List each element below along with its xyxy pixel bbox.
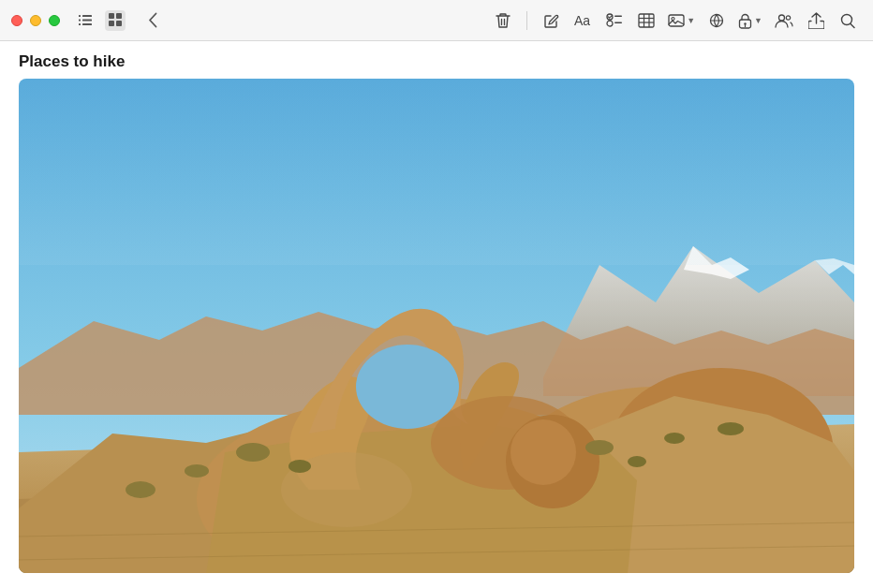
main-content: Places to hike — [0, 41, 873, 588]
svg-rect-15 — [639, 14, 654, 27]
svg-point-21 — [672, 18, 674, 21]
svg-point-46 — [510, 419, 576, 485]
minimize-button[interactable] — [30, 15, 41, 26]
close-button[interactable] — [11, 15, 22, 26]
media-dropdown-arrow: ▼ — [687, 16, 695, 25]
svg-point-26 — [779, 15, 785, 21]
svg-rect-7 — [116, 13, 122, 19]
delete-button[interactable] — [489, 7, 517, 35]
list-view-button[interactable] — [75, 10, 96, 31]
table-button[interactable] — [632, 7, 660, 35]
svg-rect-57 — [19, 79, 854, 265]
svg-point-52 — [664, 433, 685, 444]
collaborators-button[interactable] — [770, 7, 798, 35]
left-toolbar — [75, 10, 163, 31]
search-button[interactable] — [834, 7, 862, 35]
svg-rect-9 — [116, 21, 122, 26]
lock-button[interactable]: ▼ — [734, 7, 766, 35]
titlebar: Aa — [0, 0, 873, 41]
back-button[interactable] — [142, 10, 163, 31]
right-toolbar: Aa — [489, 0, 862, 41]
svg-point-13 — [607, 21, 613, 26]
svg-rect-2 — [79, 20, 81, 22]
lock-dropdown-arrow: ▼ — [754, 16, 762, 25]
svg-point-51 — [185, 464, 209, 478]
grid-view-button[interactable] — [105, 10, 126, 31]
svg-rect-6 — [109, 13, 114, 19]
svg-rect-3 — [82, 20, 92, 22]
svg-rect-5 — [82, 23, 92, 25]
svg-point-54 — [718, 422, 744, 435]
svg-rect-14 — [614, 22, 622, 24]
svg-rect-0 — [79, 15, 81, 17]
svg-point-47 — [236, 443, 270, 462]
maximize-button[interactable] — [49, 15, 60, 26]
svg-point-42 — [356, 345, 459, 429]
link-button[interactable] — [703, 7, 731, 35]
media-button[interactable]: ▼ — [664, 7, 699, 35]
text-format-button[interactable]: Aa — [569, 7, 597, 35]
svg-point-27 — [786, 16, 790, 20]
svg-rect-20 — [669, 15, 684, 26]
svg-text:Aa: Aa — [574, 13, 590, 28]
svg-rect-1 — [82, 15, 92, 17]
checklist-button[interactable] — [600, 7, 629, 35]
note-body — [0, 79, 873, 588]
svg-rect-12 — [614, 16, 622, 18]
svg-point-50 — [628, 456, 646, 467]
note-title: Places to hike — [0, 41, 873, 79]
compose-button[interactable] — [537, 7, 565, 35]
svg-rect-4 — [79, 23, 81, 25]
svg-point-53 — [126, 481, 155, 498]
svg-point-49 — [585, 440, 614, 455]
toolbar-divider — [526, 11, 527, 30]
note-image[interactable] — [19, 79, 854, 573]
svg-rect-8 — [109, 21, 114, 26]
share-button[interactable] — [802, 7, 830, 35]
window-controls — [11, 15, 60, 26]
svg-point-48 — [289, 460, 311, 473]
